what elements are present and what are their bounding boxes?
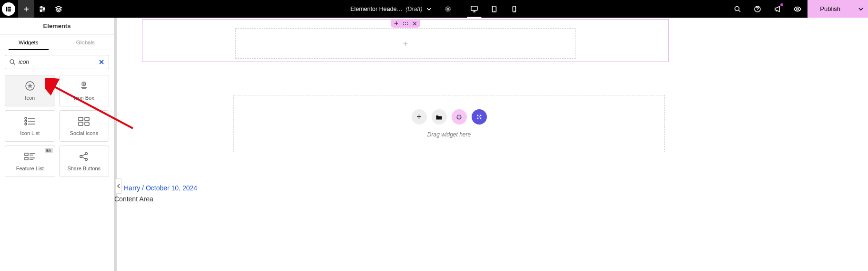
device-tablet[interactable] [484,0,505,18]
svg-point-40 [25,123,27,125]
publish-options-button[interactable] [853,0,868,18]
svg-point-62 [403,24,404,25]
widget-icon-list[interactable]: Icon List [5,110,55,142]
grid-dots-icon [475,113,483,121]
drop-label: Drag widget here [427,131,471,138]
widget-label: Social Icons [70,130,98,136]
page-settings-button[interactable] [439,0,458,18]
chevron-down-icon [858,6,864,12]
search-box [5,55,109,69]
svg-rect-0 [6,7,7,11]
search-icon [734,5,741,13]
sidebar-scrollbar[interactable] [114,18,117,271]
preview-button[interactable] [787,0,807,18]
svg-point-71 [478,116,479,117]
svg-point-67 [477,115,478,116]
elementor-logo[interactable] [2,2,15,16]
svg-line-56 [82,157,85,159]
widget-label: Share Buttons [67,166,101,171]
widget-share-buttons[interactable]: Share Buttons [59,146,110,177]
help-button[interactable] [747,0,767,18]
svg-point-61 [407,22,408,23]
social-icons-icon [78,116,90,126]
responsive-devices [464,0,525,18]
topbar-right: Publish [727,0,868,18]
notifications-button[interactable] [767,0,787,18]
svg-point-38 [25,120,27,122]
topbar-left [0,0,67,18]
widget-icon-box[interactable]: Icon Box [59,75,110,106]
document-status: (Draft) [405,6,422,12]
post-byline[interactable]: Harry / October 10, 2024 [124,184,197,192]
section-container[interactable]: + [142,19,669,62]
svg-rect-1 [8,7,11,8]
publish-button[interactable]: Publish [807,0,853,18]
sparkle-icon [455,114,463,121]
device-mobile[interactable] [505,0,525,18]
add-section-button[interactable]: + [412,109,427,125]
section-toolbar [391,19,420,28]
svg-point-63 [405,24,406,25]
sliders-icon [39,5,46,13]
byline-text: Harry / October 10, 2024 [124,184,197,192]
eye-icon [793,5,802,13]
finder-button[interactable] [727,0,747,18]
add-element-button[interactable] [18,0,34,18]
svg-rect-44 [79,122,83,125]
widget-feature-list[interactable]: EA Feature List [5,146,55,177]
svg-line-27 [13,63,15,64]
svg-rect-49 [25,157,28,160]
widget-grid: Icon Icon Box Icon List Social Icons EA [0,75,114,177]
widget-label: Icon Box [74,95,94,101]
widget-badge: EA [45,148,52,153]
add-widget-placeholder[interactable]: + [403,39,408,49]
template-library-button[interactable] [432,109,447,125]
clear-search-button[interactable] [98,59,105,65]
widget-icon[interactable]: Icon [5,75,55,106]
close-icon [99,60,104,64]
gear-icon [444,5,452,13]
elementor-icon [5,6,12,12]
svg-point-64 [407,24,408,25]
widget-label: Icon List [20,130,40,136]
document-title-group[interactable]: Elementor Heade… (Draft) [343,0,438,18]
widget-label: Icon [25,95,35,101]
svg-point-53 [85,153,88,155]
section-delete-button[interactable] [412,21,417,26]
drop-area[interactable]: + Drag widget here [233,95,665,152]
section-add-button[interactable] [394,21,399,26]
structure-button[interactable] [50,0,67,18]
search-icon [9,59,16,65]
svg-rect-42 [79,117,83,121]
section-drag-handle[interactable] [403,21,408,26]
help-icon [754,5,761,13]
container-templates-button[interactable] [472,109,487,125]
drop-actions: + [412,109,487,125]
svg-marker-33 [82,83,85,85]
svg-point-60 [405,22,406,23]
search-input[interactable] [5,59,109,65]
ai-button[interactable] [452,109,467,125]
tab-globals[interactable]: Globals [57,35,114,50]
widget-social-icons[interactable]: Social Icons [59,110,110,142]
site-settings-button[interactable] [34,0,50,18]
svg-point-26 [10,60,14,63]
close-icon [413,21,417,26]
sidebar-title: Elements [0,18,114,35]
feature-list-icon [24,151,36,162]
widget-label: Feature List [16,166,44,171]
tablet-icon [491,5,498,13]
svg-rect-46 [25,153,28,156]
svg-point-21 [735,6,739,10]
tab-widgets-label: Widgets [19,40,39,45]
collapse-sidebar-button[interactable] [115,178,122,194]
topbar-center: Elementor Heade… (Draft) [343,0,524,18]
inner-column[interactable]: + [235,28,575,59]
svg-rect-2 [8,8,11,9]
svg-point-70 [480,118,481,119]
content-area-placeholder: Content Area [114,195,153,203]
plus-icon [394,21,399,26]
device-desktop[interactable] [464,0,484,18]
sidebar-tabs: Widgets Globals [0,35,114,50]
tab-widgets[interactable]: Widgets [0,35,57,50]
